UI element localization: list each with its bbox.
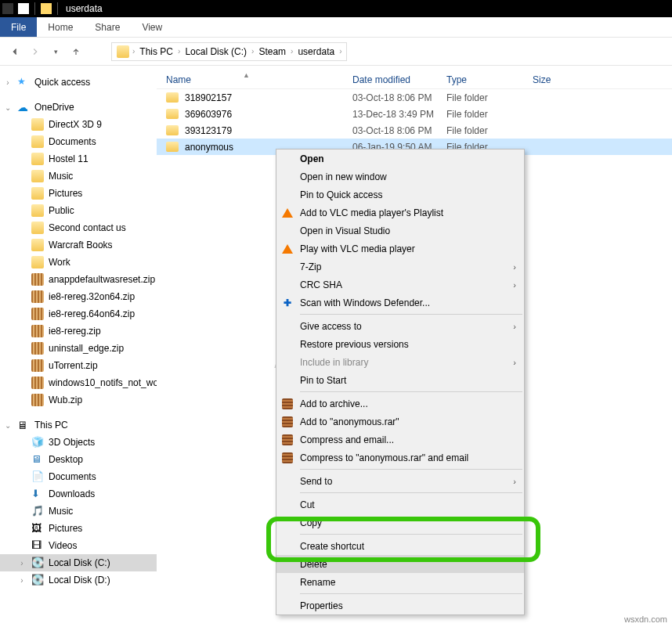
tree-item[interactable]: uTorrent.zip — [0, 357, 157, 374]
tree-item[interactable]: Wub.zip — [0, 391, 157, 409]
zip-icon — [31, 377, 44, 389]
rar-icon — [281, 398, 294, 410]
ctx-send-to[interactable]: Send to› — [276, 472, 524, 490]
tree-item[interactable]: Documents — [0, 133, 157, 150]
ctx-crc-sha[interactable]: CRC SHA› — [276, 276, 524, 294]
tree-label: This PC — [34, 420, 68, 431]
folder-icon — [41, 3, 52, 14]
ctx-pin-start[interactable]: Pin to Start — [276, 371, 524, 389]
ctx-open[interactable]: Open — [276, 150, 524, 168]
ribbon: File Home Share View — [0, 17, 672, 38]
ctx-compress-email[interactable]: Compress and email... — [276, 431, 524, 449]
ctx-delete[interactable]: Delete — [276, 555, 524, 573]
tree-item[interactable]: Music — [0, 503, 157, 520]
tree-item[interactable]: Public — [0, 202, 157, 219]
tree-item[interactable]: Music — [0, 168, 157, 185]
file-row[interactable]: 39312317903-Oct-18 8:06 PMFile folder — [157, 122, 672, 139]
tree-item[interactable]: DirectX 3D 9 — [0, 116, 157, 133]
window-title: userdata — [66, 3, 103, 14]
ctx-compress-anon-email[interactable]: Compress to "anonymous.rar" and email — [276, 449, 524, 467]
ctx-create-shortcut[interactable]: Create shortcut — [276, 537, 524, 555]
tree-label: Documents — [49, 471, 96, 482]
tree-item[interactable]: Work — [0, 254, 157, 271]
tree-label: anappdefaultwasreset.zip — [49, 274, 155, 285]
ctx-restore-versions[interactable]: Restore previous versions — [276, 335, 524, 353]
ctx-include-library[interactable]: Include in library› — [276, 353, 524, 371]
crumb-steam[interactable]: Steam — [255, 46, 289, 57]
col-name[interactable]: Name▲ — [157, 74, 352, 85]
tree-label: Documents — [49, 136, 96, 147]
chevron-right-icon: › — [513, 262, 516, 272]
tree-item[interactable]: Pictures — [0, 185, 157, 202]
tree-item[interactable]: Documents — [0, 468, 157, 485]
address-bar[interactable]: › This PC› Local Disk (C:)› Steam› userd… — [111, 42, 347, 61]
tree-label: Quick access — [34, 77, 90, 88]
tree-item[interactable]: Second contact us — [0, 219, 157, 236]
tree-item[interactable]: ie8-rereg.zip — [0, 323, 157, 340]
tree-label: ie8-rereg.32on64.zip — [49, 291, 135, 302]
crumb-userdata[interactable]: userdata — [294, 46, 338, 57]
ctx-vlc-add[interactable]: Add to VLC media player's Playlist — [276, 204, 524, 222]
ribbon-file[interactable]: File — [0, 17, 37, 37]
tree-item[interactable]: ie8-rereg.64on64.zip — [0, 305, 157, 323]
nav-tree[interactable]: ›Quick access ⌄OneDrive DirectX 3D 9Docu… — [0, 66, 157, 627]
ctx-properties[interactable]: Properties — [276, 596, 524, 614]
ribbon-view[interactable]: View — [131, 17, 173, 37]
ctx-scan-defender[interactable]: Scan with Windows Defender... — [276, 294, 524, 312]
file-date: 13-Dec-18 3:49 PM — [352, 109, 446, 120]
ribbon-home[interactable]: Home — [37, 17, 84, 37]
tree-item[interactable]: ›Local Disk (C:) — [0, 554, 157, 571]
tree-item[interactable]: windows10_notifs_not_wo — [0, 374, 157, 391]
ctx-open-vs[interactable]: Open in Visual Studio — [276, 222, 524, 240]
tree-item[interactable]: Hostel 11 — [0, 150, 157, 168]
col-size[interactable]: Size — [533, 74, 587, 85]
crumb-thispc[interactable]: This PC — [136, 46, 176, 57]
context-menu: Open Open in new window Pin to Quick acc… — [276, 149, 525, 615]
ctx-vlc-play[interactable]: Play with VLC media player — [276, 240, 524, 258]
ctx-pin-quick-access[interactable]: Pin to Quick access — [276, 186, 524, 204]
tree-item[interactable]: Desktop — [0, 451, 157, 468]
ctx-copy[interactable]: Copy — [276, 513, 524, 532]
tree-label: DirectX 3D 9 — [49, 119, 102, 130]
ribbon-share[interactable]: Share — [84, 17, 131, 37]
file-row[interactable]: 36960397613-Dec-18 3:49 PMFile folder — [157, 106, 672, 122]
ctx-label: Compress and email... — [300, 434, 394, 445]
ctx-open-new-window[interactable]: Open in new window — [276, 168, 524, 186]
tree-item[interactable]: Warcraft Books — [0, 236, 157, 254]
back-button[interactable] — [6, 43, 23, 60]
tree-item[interactable]: anappdefaultwasreset.zip — [0, 271, 157, 288]
recent-dropdown[interactable]: ▾ — [47, 43, 64, 60]
ctx-add-anon-rar[interactable]: Add to "anonymous.rar" — [276, 413, 524, 431]
zip-icon — [31, 290, 44, 303]
zip-icon — [31, 342, 44, 355]
tree-label: Work — [49, 257, 70, 268]
tree-label: Desktop — [49, 454, 83, 465]
tree-quick-access[interactable]: ›Quick access — [0, 74, 157, 91]
tree-item[interactable]: ›Local Disk (D:) — [0, 571, 157, 589]
tree-item[interactable]: 3D Objects — [0, 434, 157, 451]
tree-onedrive[interactable]: ⌄OneDrive — [0, 99, 157, 116]
col-type[interactable]: Type — [446, 74, 533, 85]
tree-item[interactable]: Downloads — [0, 485, 157, 503]
zip-icon — [31, 394, 44, 406]
ctx-7zip[interactable]: 7-Zip› — [276, 258, 524, 276]
ctx-add-archive[interactable]: Add to archive... — [276, 395, 524, 413]
file-row[interactable]: 31890215703-Oct-18 8:06 PMFile folder — [157, 89, 672, 106]
tree-item[interactable]: uninstall_edge.zip — [0, 340, 157, 357]
file-type: File folder — [446, 125, 533, 136]
ctx-label: Add to archive... — [300, 398, 368, 409]
ctx-give-access[interactable]: Give access to› — [276, 317, 524, 335]
forward-button[interactable] — [27, 43, 44, 60]
tree-label: OneDrive — [34, 102, 74, 113]
tree-item[interactable]: Pictures — [0, 520, 157, 537]
col-date[interactable]: Date modified — [352, 74, 446, 85]
tree-item[interactable]: ie8-rereg.32on64.zip — [0, 288, 157, 305]
crumb-c[interactable]: Local Disk (C:) — [182, 46, 250, 57]
folder-icon — [31, 187, 44, 200]
ctx-cut[interactable]: Cut — [276, 495, 524, 513]
ctx-rename[interactable]: Rename — [276, 573, 524, 591]
up-button[interactable] — [67, 43, 85, 60]
tree-item[interactable]: Videos — [0, 537, 157, 554]
zip-icon — [31, 273, 44, 286]
tree-this-pc[interactable]: ⌄This PC — [0, 416, 157, 434]
